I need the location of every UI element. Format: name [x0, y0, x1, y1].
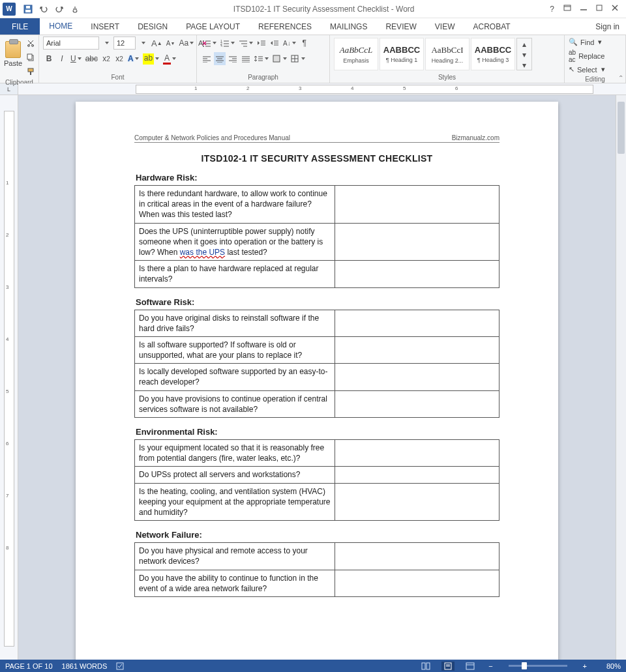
- tab-insert[interactable]: INSERT: [82, 18, 128, 35]
- qat-customize-icon[interactable]: [83, 2, 98, 16]
- change-case-icon[interactable]: Aa: [178, 37, 196, 50]
- format-painter-icon[interactable]: [25, 65, 37, 78]
- help-icon[interactable]: ?: [550, 5, 554, 14]
- tab-page-layout[interactable]: PAGE LAYOUT: [177, 18, 249, 35]
- superscript-button[interactable]: x2: [113, 52, 125, 65]
- zoom-in-icon[interactable]: +: [580, 662, 589, 670]
- zoom-knob[interactable]: [522, 662, 527, 669]
- sort-icon[interactable]: A↓: [282, 37, 297, 50]
- subscript-button[interactable]: x2: [100, 52, 112, 65]
- zoom-slider[interactable]: [509, 665, 567, 667]
- multilevel-list-icon[interactable]: [237, 37, 254, 50]
- close-icon[interactable]: [612, 5, 618, 14]
- touch-mode-icon[interactable]: [68, 2, 82, 16]
- tab-design[interactable]: DESIGN: [128, 18, 177, 35]
- page-count[interactable]: PAGE 1 OF 10: [5, 662, 53, 670]
- increase-indent-icon[interactable]: [269, 37, 280, 50]
- tab-view[interactable]: VIEW: [426, 18, 464, 35]
- word-count[interactable]: 1861 WORDS: [62, 662, 108, 670]
- answer-cell: [335, 261, 499, 287]
- replace-button[interactable]: abacReplace: [569, 50, 604, 61]
- styles-more-icon[interactable]: ▾: [518, 61, 530, 70]
- select-button[interactable]: ↖Select▾: [569, 64, 605, 75]
- zoom-level[interactable]: 80%: [599, 662, 621, 670]
- font-color-icon[interactable]: A: [162, 52, 177, 65]
- table-row: Is all software supported? If software i…: [135, 336, 499, 363]
- vertical-scrollbar[interactable]: [616, 95, 626, 660]
- tab-home[interactable]: HOME: [40, 18, 82, 35]
- web-layout-icon[interactable]: [464, 662, 477, 671]
- ribbon-display-icon[interactable]: [563, 5, 571, 14]
- question-cell: Does the UPS (uninterruptible power supp…: [135, 223, 335, 261]
- answer-cell: [335, 440, 499, 467]
- tab-acrobat[interactable]: ACROBAT: [464, 18, 519, 35]
- style-gallery[interactable]: AaBbCcLEmphasis AABBCC¶ Heading 1 AaBbCc…: [334, 37, 532, 72]
- proofing-icon[interactable]: [116, 662, 125, 671]
- align-center-icon[interactable]: [214, 52, 226, 65]
- collapse-ribbon-icon[interactable]: ⌃: [618, 74, 623, 81]
- highlight-icon[interactable]: ab: [142, 52, 160, 65]
- question-cell: Do you have original disks to reinstall …: [135, 310, 335, 336]
- question-cell: Is all software supported? If software i…: [135, 336, 335, 363]
- line-spacing-icon[interactable]: [253, 52, 270, 65]
- grow-font-icon[interactable]: A▲: [150, 37, 164, 50]
- minimize-icon[interactable]: [580, 5, 587, 14]
- shading-icon[interactable]: [271, 52, 288, 65]
- paste-button[interactable]: Paste: [4, 37, 22, 72]
- sign-in-link[interactable]: Sign in: [589, 18, 626, 35]
- bold-button[interactable]: B: [43, 52, 55, 65]
- find-button[interactable]: 🔍Find▾: [569, 37, 602, 48]
- align-right-icon[interactable]: [227, 52, 239, 65]
- tab-references[interactable]: REFERENCES: [249, 18, 321, 35]
- style-heading-3[interactable]: AABBCC¶ Heading 3: [471, 38, 515, 70]
- strikethrough-button[interactable]: abc: [84, 52, 99, 65]
- decrease-indent-icon[interactable]: [256, 37, 267, 50]
- font-name-dropdown-icon[interactable]: [100, 37, 112, 50]
- undo-icon[interactable]: [37, 2, 51, 16]
- table-row: Do you have provisions to continue opera…: [135, 390, 499, 417]
- checklist-table: Do you have original disks to reinstall …: [134, 310, 499, 418]
- group-paragraph: 123 A↓ ¶ Paragraph: [197, 35, 330, 83]
- question-cell: Do you have the ability to continue to f…: [135, 570, 335, 596]
- align-left-icon[interactable]: [201, 52, 213, 65]
- style-heading-1[interactable]: AABBCC¶ Heading 1: [380, 38, 424, 70]
- print-layout-icon[interactable]: [441, 662, 455, 671]
- copy-icon[interactable]: [25, 51, 37, 64]
- maximize-icon[interactable]: [596, 5, 603, 14]
- table-row: Do UPSs protect all servers and workstat…: [135, 467, 499, 483]
- tab-mailings[interactable]: MAILINGS: [321, 18, 376, 35]
- borders-icon[interactable]: [290, 52, 306, 65]
- styles-scroll-up-icon[interactable]: ▴: [518, 40, 530, 49]
- read-mode-icon[interactable]: [419, 662, 432, 671]
- titlebar: W ITSD102-1 IT Security Assessment Check…: [0, 0, 626, 18]
- cut-icon[interactable]: [25, 37, 37, 50]
- text-effects-icon[interactable]: A: [127, 52, 140, 65]
- workspace: 1 2 3 4 5 6 7 8 Computer & Network Polic…: [0, 95, 626, 660]
- font-size-dropdown-icon[interactable]: [137, 37, 149, 50]
- svg-rect-56: [273, 55, 280, 62]
- vertical-ruler[interactable]: 1 2 3 4 5 6 7 8: [0, 95, 18, 660]
- tab-review[interactable]: REVIEW: [376, 18, 425, 35]
- italic-button[interactable]: I: [56, 52, 68, 65]
- scrollbar-thumb[interactable]: [618, 102, 625, 154]
- save-icon[interactable]: [21, 2, 35, 16]
- ribbon-tabs: FILE HOME INSERT DESIGN PAGE LAYOUT REFE…: [0, 18, 626, 35]
- zoom-out-icon[interactable]: −: [486, 662, 495, 670]
- justify-icon[interactable]: [240, 52, 252, 65]
- numbering-icon[interactable]: 123: [219, 37, 236, 50]
- styles-scroll-down-icon[interactable]: ▾: [518, 50, 530, 59]
- style-emphasis[interactable]: AaBbCcLEmphasis: [334, 38, 378, 70]
- redo-icon[interactable]: [52, 2, 67, 16]
- style-heading-2[interactable]: AaBbCcIHeading 2...: [425, 38, 470, 70]
- horizontal-ruler[interactable]: 1 2 3 4 5 6: [18, 83, 626, 95]
- font-name-input[interactable]: Arial: [43, 37, 99, 50]
- underline-button[interactable]: U: [69, 52, 83, 65]
- shrink-font-icon[interactable]: A▼: [165, 37, 177, 50]
- table-row: Is locally developed software supported …: [135, 364, 499, 390]
- paste-icon: [5, 41, 21, 58]
- bullets-icon[interactable]: [201, 37, 218, 50]
- document-canvas[interactable]: Computer & Network Policies and Procedur…: [18, 95, 616, 660]
- tab-file[interactable]: FILE: [0, 18, 40, 35]
- show-paragraph-marks-icon[interactable]: ¶: [299, 37, 310, 50]
- font-size-input[interactable]: 12: [113, 37, 136, 50]
